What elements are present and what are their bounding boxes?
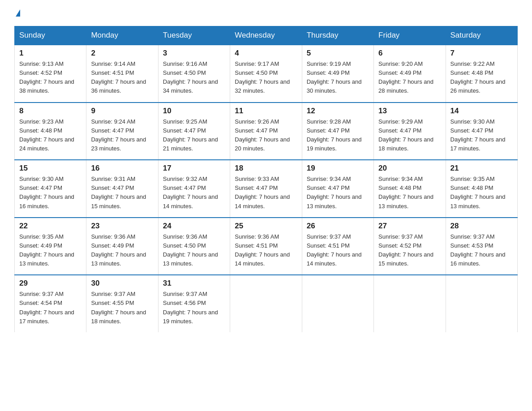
day-info: Sunrise: 9:37 AMSunset: 4:55 PMDaylight:… <box>91 291 146 324</box>
calendar-cell: 7 Sunrise: 9:22 AMSunset: 4:48 PMDayligh… <box>446 45 517 103</box>
day-number: 20 <box>378 164 441 173</box>
day-number: 2 <box>91 49 153 58</box>
day-info: Sunrise: 9:17 AMSunset: 4:50 PMDaylight:… <box>235 60 290 94</box>
calendar-cell <box>374 275 446 332</box>
calendar-cell: 15 Sunrise: 9:30 AMSunset: 4:47 PMDaylig… <box>15 160 86 218</box>
day-info: Sunrise: 9:29 AMSunset: 4:47 PMDaylight:… <box>378 118 433 152</box>
day-info: Sunrise: 9:20 AMSunset: 4:49 PMDaylight:… <box>378 60 433 94</box>
calendar-cell: 25 Sunrise: 9:36 AMSunset: 4:51 PMDaylig… <box>230 218 302 275</box>
calendar-table: SundayMondayTuesdayWednesdayThursdayFrid… <box>14 26 518 332</box>
day-info: Sunrise: 9:30 AMSunset: 4:47 PMDaylight:… <box>450 118 506 152</box>
day-number: 31 <box>163 279 225 288</box>
calendar-cell: 17 Sunrise: 9:32 AMSunset: 4:47 PMDaylig… <box>158 160 230 218</box>
calendar-cell: 20 Sunrise: 9:34 AMSunset: 4:48 PMDaylig… <box>374 160 446 218</box>
calendar-week-row: 8 Sunrise: 9:23 AMSunset: 4:48 PMDayligh… <box>15 103 518 160</box>
day-number: 14 <box>450 107 513 116</box>
weekday-header-tuesday: Tuesday <box>158 26 230 45</box>
calendar-cell <box>230 275 302 332</box>
day-info: Sunrise: 9:35 AMSunset: 4:49 PMDaylight:… <box>19 233 74 267</box>
weekday-header-row: SundayMondayTuesdayWednesdayThursdayFrid… <box>15 26 518 45</box>
day-info: Sunrise: 9:16 AMSunset: 4:50 PMDaylight:… <box>163 60 218 94</box>
calendar-cell: 8 Sunrise: 9:23 AMSunset: 4:48 PMDayligh… <box>15 103 86 160</box>
calendar-cell: 23 Sunrise: 9:36 AMSunset: 4:49 PMDaylig… <box>86 218 158 275</box>
day-number: 25 <box>235 222 297 231</box>
day-number: 12 <box>307 107 369 116</box>
calendar-cell: 28 Sunrise: 9:37 AMSunset: 4:53 PMDaylig… <box>446 218 517 275</box>
calendar-cell <box>302 275 373 332</box>
day-info: Sunrise: 9:34 AMSunset: 4:47 PMDaylight:… <box>307 176 362 209</box>
day-number: 15 <box>19 164 82 173</box>
day-number: 8 <box>19 107 82 116</box>
weekday-header-wednesday: Wednesday <box>230 26 302 45</box>
page-header <box>14 11 518 18</box>
day-info: Sunrise: 9:13 AMSunset: 4:52 PMDaylight:… <box>19 60 74 94</box>
calendar-cell: 10 Sunrise: 9:25 AMSunset: 4:47 PMDaylig… <box>158 103 230 160</box>
calendar-week-row: 29 Sunrise: 9:37 AMSunset: 4:54 PMDaylig… <box>15 275 518 332</box>
day-number: 27 <box>378 222 441 231</box>
logo-triangle-icon <box>16 9 20 17</box>
day-info: Sunrise: 9:24 AMSunset: 4:47 PMDaylight:… <box>91 118 146 152</box>
weekday-header-thursday: Thursday <box>302 26 373 45</box>
day-info: Sunrise: 9:37 AMSunset: 4:54 PMDaylight:… <box>19 291 74 324</box>
calendar-cell: 18 Sunrise: 9:33 AMSunset: 4:47 PMDaylig… <box>230 160 302 218</box>
day-info: Sunrise: 9:30 AMSunset: 4:47 PMDaylight:… <box>19 176 74 209</box>
day-number: 18 <box>235 164 297 173</box>
day-number: 28 <box>450 222 513 231</box>
weekday-header-friday: Friday <box>374 26 446 45</box>
day-info: Sunrise: 9:19 AMSunset: 4:49 PMDaylight:… <box>307 60 362 94</box>
day-number: 17 <box>163 164 225 173</box>
calendar-cell: 26 Sunrise: 9:37 AMSunset: 4:51 PMDaylig… <box>302 218 373 275</box>
day-number: 16 <box>91 164 153 173</box>
day-info: Sunrise: 9:28 AMSunset: 4:47 PMDaylight:… <box>307 118 362 152</box>
calendar-cell: 3 Sunrise: 9:16 AMSunset: 4:50 PMDayligh… <box>158 45 230 103</box>
calendar-cell: 6 Sunrise: 9:20 AMSunset: 4:49 PMDayligh… <box>374 45 446 103</box>
calendar-cell: 9 Sunrise: 9:24 AMSunset: 4:47 PMDayligh… <box>86 103 158 160</box>
day-number: 19 <box>307 164 369 173</box>
calendar-cell: 30 Sunrise: 9:37 AMSunset: 4:55 PMDaylig… <box>86 275 158 332</box>
day-number: 5 <box>307 49 369 58</box>
calendar-cell: 31 Sunrise: 9:37 AMSunset: 4:56 PMDaylig… <box>158 275 230 332</box>
calendar-week-row: 15 Sunrise: 9:30 AMSunset: 4:47 PMDaylig… <box>15 160 518 218</box>
day-info: Sunrise: 9:37 AMSunset: 4:56 PMDaylight:… <box>163 291 218 324</box>
day-info: Sunrise: 9:37 AMSunset: 4:53 PMDaylight:… <box>450 233 506 267</box>
weekday-header-monday: Monday <box>86 26 158 45</box>
day-info: Sunrise: 9:14 AMSunset: 4:51 PMDaylight:… <box>91 60 146 94</box>
calendar-cell: 13 Sunrise: 9:29 AMSunset: 4:47 PMDaylig… <box>374 103 446 160</box>
day-number: 4 <box>235 49 297 58</box>
day-info: Sunrise: 9:32 AMSunset: 4:47 PMDaylight:… <box>163 176 218 209</box>
calendar-cell: 27 Sunrise: 9:37 AMSunset: 4:52 PMDaylig… <box>374 218 446 275</box>
day-info: Sunrise: 9:31 AMSunset: 4:47 PMDaylight:… <box>91 176 146 209</box>
calendar-cell: 12 Sunrise: 9:28 AMSunset: 4:47 PMDaylig… <box>302 103 373 160</box>
day-info: Sunrise: 9:33 AMSunset: 4:47 PMDaylight:… <box>235 176 290 209</box>
day-info: Sunrise: 9:35 AMSunset: 4:48 PMDaylight:… <box>450 176 506 209</box>
day-number: 22 <box>19 222 82 231</box>
calendar-cell: 5 Sunrise: 9:19 AMSunset: 4:49 PMDayligh… <box>302 45 373 103</box>
day-info: Sunrise: 9:34 AMSunset: 4:48 PMDaylight:… <box>378 176 433 209</box>
day-number: 3 <box>163 49 225 58</box>
day-number: 30 <box>91 279 153 288</box>
day-number: 6 <box>378 49 441 58</box>
day-number: 1 <box>19 49 82 58</box>
day-info: Sunrise: 9:22 AMSunset: 4:48 PMDaylight:… <box>450 60 506 94</box>
day-number: 9 <box>91 107 153 116</box>
day-number: 24 <box>163 222 225 231</box>
day-info: Sunrise: 9:36 AMSunset: 4:50 PMDaylight:… <box>163 233 218 267</box>
day-info: Sunrise: 9:26 AMSunset: 4:47 PMDaylight:… <box>235 118 290 152</box>
calendar-week-row: 22 Sunrise: 9:35 AMSunset: 4:49 PMDaylig… <box>15 218 518 275</box>
day-info: Sunrise: 9:25 AMSunset: 4:47 PMDaylight:… <box>163 118 218 152</box>
day-number: 29 <box>19 279 82 288</box>
day-number: 10 <box>163 107 225 116</box>
day-info: Sunrise: 9:37 AMSunset: 4:52 PMDaylight:… <box>378 233 433 267</box>
calendar-cell: 1 Sunrise: 9:13 AMSunset: 4:52 PMDayligh… <box>15 45 86 103</box>
calendar-cell <box>446 275 517 332</box>
calendar-cell: 2 Sunrise: 9:14 AMSunset: 4:51 PMDayligh… <box>86 45 158 103</box>
weekday-header-saturday: Saturday <box>446 26 517 45</box>
calendar-cell: 4 Sunrise: 9:17 AMSunset: 4:50 PMDayligh… <box>230 45 302 103</box>
day-number: 21 <box>450 164 513 173</box>
calendar-cell: 11 Sunrise: 9:26 AMSunset: 4:47 PMDaylig… <box>230 103 302 160</box>
calendar-week-row: 1 Sunrise: 9:13 AMSunset: 4:52 PMDayligh… <box>15 45 518 103</box>
calendar-cell: 14 Sunrise: 9:30 AMSunset: 4:47 PMDaylig… <box>446 103 517 160</box>
day-number: 26 <box>307 222 369 231</box>
calendar-cell: 19 Sunrise: 9:34 AMSunset: 4:47 PMDaylig… <box>302 160 373 218</box>
day-number: 13 <box>378 107 441 116</box>
